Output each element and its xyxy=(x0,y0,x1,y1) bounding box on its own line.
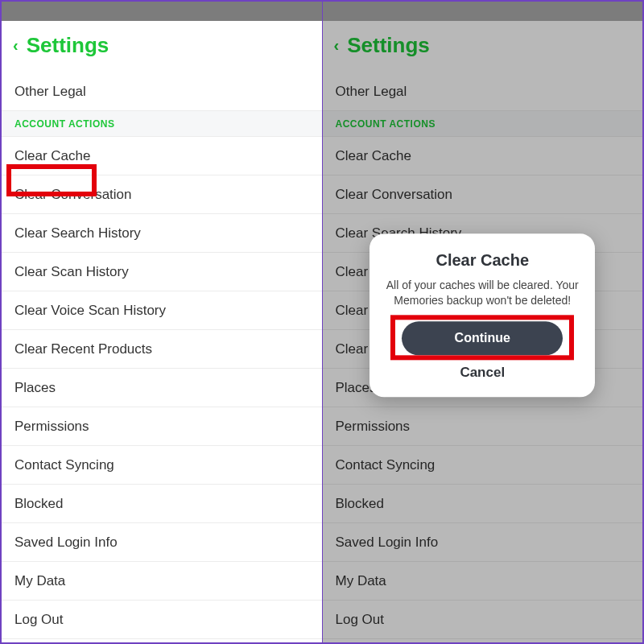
status-bar xyxy=(2,2,322,21)
list-item-clear-cache[interactable]: Clear Cache xyxy=(2,137,322,175)
back-chevron-icon[interactable]: ‹ xyxy=(13,36,19,55)
screen-right: ‹ Settings Other Legal ACCOUNT ACTIONS C… xyxy=(322,2,643,642)
continue-button[interactable]: Continue xyxy=(402,321,563,355)
status-bar xyxy=(323,2,643,21)
screen-left: ‹ Settings Other Legal ACCOUNT ACTIONS C… xyxy=(2,2,322,642)
list-item[interactable]: My Data xyxy=(2,562,322,601)
list-item[interactable]: Clear Search History xyxy=(2,214,322,253)
list-item[interactable]: Clear Scan History xyxy=(2,253,322,291)
list-item[interactable]: Clear Recent Products xyxy=(2,330,322,369)
list-item[interactable]: Other Legal xyxy=(2,72,322,111)
list-item[interactable]: Log Out xyxy=(2,601,322,639)
cancel-button[interactable]: Cancel xyxy=(460,365,505,381)
list-item[interactable]: Permissions xyxy=(2,407,322,446)
list-item[interactable]: Places xyxy=(2,369,322,407)
dialog-title: Clear Cache xyxy=(384,251,580,270)
list-item[interactable]: Clear Voice Scan History xyxy=(2,291,322,330)
list-item[interactable]: Contact Syncing xyxy=(2,446,322,485)
settings-list: Other Legal ACCOUNT ACTIONS Clear Cache … xyxy=(2,72,322,639)
clear-cache-dialog: Clear Cache All of your caches will be c… xyxy=(369,233,595,397)
list-item[interactable]: Blocked xyxy=(2,485,322,523)
section-header-account-actions: ACCOUNT ACTIONS xyxy=(2,111,322,137)
list-item[interactable]: Saved Login Info xyxy=(2,523,322,562)
list-item[interactable]: Clear Conversation xyxy=(2,175,322,214)
settings-header: ‹ Settings xyxy=(2,21,322,72)
dialog-body: All of your caches will be cleared. Your… xyxy=(384,278,580,308)
page-title: Settings xyxy=(27,33,109,58)
